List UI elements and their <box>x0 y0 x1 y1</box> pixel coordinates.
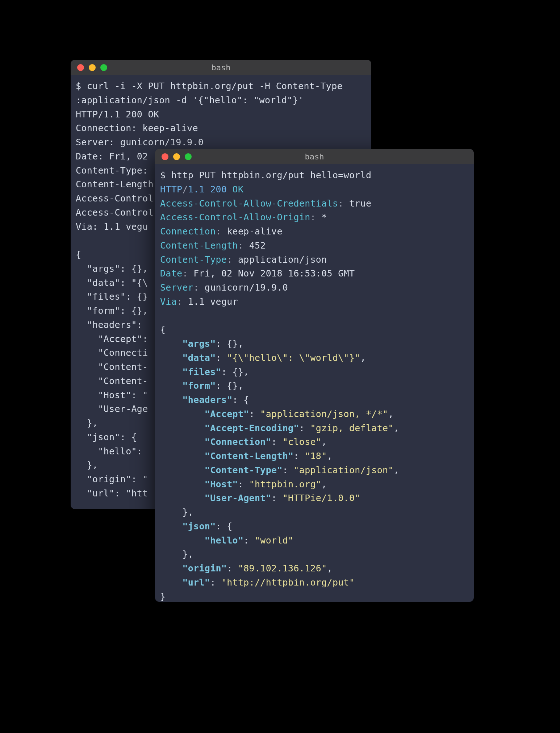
header-val: keep-alive <box>227 226 283 237</box>
json-key: "form" <box>182 380 216 391</box>
header-val: gunicorn/19.9.0 <box>205 282 288 293</box>
output-line: HTTP/1.1 200 OK <box>76 109 159 120</box>
header-key: Content-Length <box>160 240 238 251</box>
output-line: "files": {} <box>76 291 148 302</box>
output-line: "Content- <box>76 362 148 372</box>
header-val: * <box>321 212 327 222</box>
status-slash: / <box>182 184 188 195</box>
terminal-window-httpie: bash $ http PUT httpbin.org/put hello=wo… <box>155 149 474 602</box>
status-proto: HTTP <box>160 184 182 195</box>
window-title: bash <box>305 152 324 161</box>
json-val: {} <box>233 367 244 377</box>
maximize-icon[interactable] <box>100 64 107 71</box>
output-line: { <box>76 249 81 260</box>
status-code: 200 <box>210 184 227 195</box>
cmd-line: :application/json -d '{"hello": "world"}… <box>76 95 304 105</box>
output-line: Content-Length <box>76 179 154 190</box>
output-line: "origin": " <box>76 474 148 484</box>
titlebar[interactable]: bash <box>71 60 371 75</box>
cmd-line: $ http PUT httpbin.org/put hello=world <box>160 170 371 180</box>
header-val: 452 <box>249 240 266 251</box>
minimize-icon[interactable] <box>173 153 180 160</box>
close-icon[interactable] <box>77 64 84 71</box>
status-ver: 1.1 <box>188 184 205 195</box>
json-key: "files" <box>182 367 221 377</box>
terminal-output[interactable]: $ http PUT httpbin.org/put hello=world H… <box>155 164 474 602</box>
json-val: "world" <box>255 535 293 546</box>
maximize-icon[interactable] <box>185 153 192 160</box>
json-key: "Host" <box>205 479 238 490</box>
json-key: "json" <box>182 521 216 532</box>
output-line: "headers": <box>76 320 148 330</box>
header-key: Server <box>160 282 193 293</box>
minimize-icon[interactable] <box>89 64 96 71</box>
output-line: "Connecti <box>76 347 148 358</box>
json-key: "args" <box>182 338 216 349</box>
json-val: "http://httpbin.org/put" <box>221 577 355 588</box>
header-key: Connection <box>160 226 216 237</box>
close-icon[interactable] <box>162 153 168 160</box>
output-line: "User-Age <box>76 404 148 414</box>
output-line: "url": "htt <box>76 488 148 499</box>
header-val: 1.1 vegur <box>188 296 238 307</box>
status-msg: OK <box>233 184 244 195</box>
json-key: "headers" <box>182 395 232 405</box>
traffic-lights <box>162 153 192 160</box>
output-line: "Accept": <box>76 334 148 344</box>
header-key: Access-Control-Allow-Credentials <box>160 198 338 209</box>
output-line: }, <box>76 460 98 470</box>
output-line: }, <box>76 418 98 428</box>
header-key: Access-Control-Allow-Origin <box>160 212 310 222</box>
output-line: "data": "{\ <box>76 278 148 288</box>
json-val: "httpbin.org" <box>249 479 322 490</box>
traffic-lights <box>77 64 107 71</box>
json-key: "Content-Type" <box>205 465 283 475</box>
window-title: bash <box>212 63 231 72</box>
json-key: "User-Agent" <box>205 493 271 503</box>
output-line: "args": {}, <box>76 263 148 274</box>
json-key: "data" <box>182 353 216 363</box>
header-val: application/json <box>238 254 327 265</box>
json-val: "application/json, */*" <box>260 409 388 419</box>
header-val: Fri, 02 Nov 2018 16:53:05 GMT <box>193 268 355 279</box>
json-key: "origin" <box>182 563 227 574</box>
header-key: Date <box>160 268 182 279</box>
json-key: "Connection" <box>205 437 271 447</box>
output-line: Server: gunicorn/19.9.0 <box>76 137 204 147</box>
json-key: "Accept" <box>205 409 249 419</box>
json-val: {} <box>227 338 238 349</box>
json-key: "url" <box>182 577 210 588</box>
json-val: "{\"hello\": \"world\"}" <box>227 353 360 363</box>
json-val: {} <box>227 380 238 391</box>
output-line: Access-Control <box>76 207 154 218</box>
output-line: "form": {}, <box>76 305 148 316</box>
header-key: Via <box>160 296 177 307</box>
json-key: "hello" <box>205 535 243 546</box>
json-val: "89.102.136.126" <box>238 563 327 574</box>
json-val: "18" <box>305 451 327 461</box>
json-open: { <box>160 324 166 335</box>
output-line: Via: 1.1 vegu <box>76 221 148 232</box>
output-line: "Content- <box>76 376 148 386</box>
output-line: Access-Control <box>76 193 154 204</box>
titlebar[interactable]: bash <box>155 149 474 164</box>
json-key: "Accept-Encoding" <box>205 423 299 433</box>
output-line: Content-Type: <box>76 165 154 176</box>
json-val: "close" <box>283 437 321 447</box>
cmd-line: $ curl -i -X PUT httpbin.org/put -H Cont… <box>76 81 343 91</box>
output-line: "json": { <box>76 432 137 442</box>
output-line: "Host": " <box>76 390 148 400</box>
json-key: "Content-Length" <box>205 451 294 461</box>
output-line: "hello": <box>76 446 148 457</box>
json-val: "application/json" <box>293 465 393 475</box>
header-key: Content-Type <box>160 254 227 265</box>
json-close: } <box>160 591 166 602</box>
json-val: "HTTPie/1.0.0" <box>283 493 360 503</box>
header-val: true <box>349 198 371 209</box>
output-line: Date: Fri, 02 <box>76 151 154 162</box>
output-line: Connection: keep-alive <box>76 123 198 133</box>
json-val: "gzip, deflate" <box>310 423 394 433</box>
